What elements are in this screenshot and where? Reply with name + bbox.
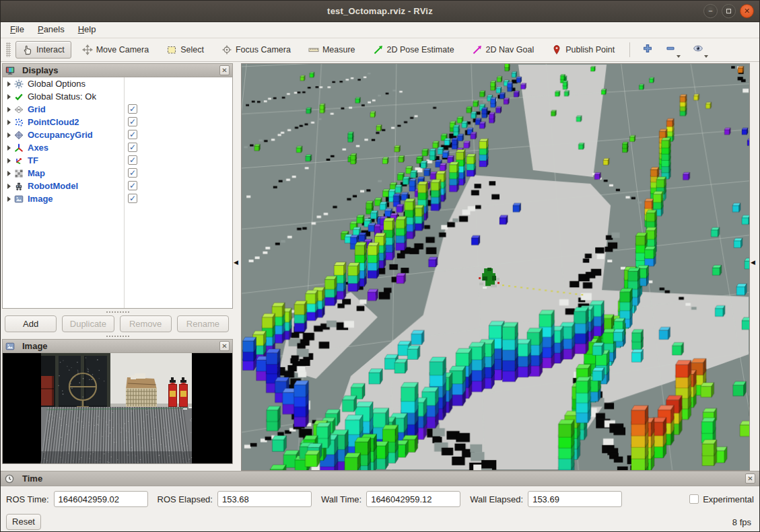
- ros-elapsed-field: ROS Elapsed:: [158, 491, 312, 507]
- remove-button: Remove: [120, 315, 172, 332]
- ros-time-input[interactable]: [54, 491, 148, 507]
- gear-icon: [14, 79, 24, 89]
- experimental-checkbox[interactable]: [689, 494, 699, 504]
- wall-elapsed-input[interactable]: [528, 491, 622, 507]
- display-row-image[interactable]: Image✓: [3, 192, 232, 205]
- tool-label: 2D Pose Estimate: [387, 45, 454, 54]
- tool-add-tool[interactable]: [638, 41, 657, 59]
- time-panel-title: Time: [22, 473, 741, 484]
- display-enabled-checkbox[interactable]: ✓: [128, 181, 137, 190]
- map-icon: [14, 169, 24, 178]
- time-close-icon[interactable]: ✕: [745, 473, 755, 484]
- expander-icon[interactable]: [7, 132, 11, 138]
- display-enabled-checkbox[interactable]: ✓: [128, 155, 137, 165]
- displays-panel-header[interactable]: Displays ✕: [3, 64, 232, 77]
- hand-icon: [22, 44, 33, 55]
- collapse-right-icon[interactable]: ◀: [751, 259, 755, 266]
- display-enabled-checkbox[interactable]: ✓: [128, 130, 137, 139]
- display-row-map[interactable]: Map✓: [3, 167, 232, 180]
- expander-icon[interactable]: [7, 196, 11, 202]
- display-label: TF: [28, 155, 38, 165]
- display-row-pointcloud2[interactable]: PointCloud2✓: [3, 116, 232, 128]
- display-row-occupancygrid[interactable]: OccupancyGrid✓: [3, 128, 232, 141]
- ros-elapsed-label: ROS Elapsed:: [158, 494, 213, 504]
- ros-time-label: ROS Time:: [6, 494, 49, 504]
- display-row-axes[interactable]: Axes✓: [3, 141, 232, 154]
- display-row-global-options[interactable]: Global Options: [3, 77, 232, 90]
- expander-icon[interactable]: [7, 145, 11, 151]
- toolbar-grip[interactable]: [6, 42, 11, 57]
- display-enabled-checkbox[interactable]: ✓: [128, 104, 137, 114]
- display-enabled-checkbox[interactable]: ✓: [128, 168, 137, 178]
- tool-focus-camera[interactable]: Focus Camera: [215, 41, 298, 59]
- expander-icon[interactable]: [7, 171, 11, 176]
- pointcloud-icon: [14, 118, 24, 127]
- tool-publish-point[interactable]: Publish Point: [545, 41, 621, 59]
- collapse-left-icon[interactable]: ◀: [234, 259, 238, 266]
- panel-splitter[interactable]: ◀: [233, 62, 241, 471]
- toolbar-separator: [629, 42, 630, 57]
- tool-remove-tool[interactable]: [661, 41, 685, 59]
- time-panel-header[interactable]: Time ✕: [1, 471, 759, 486]
- expander-icon[interactable]: [7, 94, 11, 100]
- tool-measure[interactable]: Measure: [302, 41, 362, 59]
- titlebar[interactable]: test_Octomap.rviz - RViz − ✕: [1, 1, 759, 22]
- occupancy-icon: [14, 130, 24, 140]
- minimize-button[interactable]: −: [703, 4, 718, 18]
- display-label: Image: [28, 194, 53, 204]
- display-label: Map: [28, 168, 45, 178]
- fps-indicator: 8 fps: [732, 517, 751, 527]
- tool-move-camera[interactable]: Move Camera: [75, 41, 156, 59]
- 3d-viewport[interactable]: [241, 63, 750, 471]
- ros-elapsed-input[interactable]: [217, 491, 312, 507]
- axes-icon: [14, 143, 24, 153]
- maximize-button[interactable]: [722, 4, 736, 18]
- displays-buttons: AddDuplicateRemoveRename: [2, 315, 233, 333]
- add-button[interactable]: Add: [5, 315, 57, 332]
- menu-help[interactable]: Help: [71, 22, 103, 38]
- expander-icon[interactable]: [7, 81, 11, 87]
- image-panel-header[interactable]: Image ✕: [3, 340, 232, 353]
- display-label: RobotModel: [28, 181, 78, 191]
- focus-icon: [221, 44, 232, 55]
- expander-icon[interactable]: [7, 120, 11, 125]
- display-enabled-checkbox[interactable]: ✓: [128, 143, 137, 152]
- 3d-viewport-canvas[interactable]: [242, 64, 749, 470]
- expander-icon[interactable]: [7, 184, 11, 189]
- wall-time-field: Wall Time:: [321, 491, 460, 507]
- camera-image-canvas: [3, 353, 232, 463]
- displays-panel: Displays ✕ Global OptionsGlobal Status: …: [2, 63, 233, 309]
- tool-2d-nav-goal[interactable]: 2D Nav Goal: [465, 41, 541, 59]
- display-row-grid[interactable]: Grid✓: [3, 103, 232, 116]
- main-area: Displays ✕ Global OptionsGlobal Status: …: [1, 62, 759, 471]
- tool-label: Measure: [322, 45, 355, 54]
- tool-tool-visibility[interactable]: [689, 41, 712, 59]
- check-green-icon: [14, 92, 24, 102]
- display-row-robotmodel[interactable]: RobotModel✓: [3, 180, 232, 192]
- reset-button[interactable]: Reset: [6, 514, 41, 530]
- robot-icon: [14, 182, 24, 191]
- ruler-icon: [308, 44, 319, 55]
- tool-interact[interactable]: Interact: [15, 41, 71, 59]
- dropdown-caret-icon: [704, 55, 708, 58]
- right-splitter[interactable]: ◀: [750, 62, 759, 471]
- display-row-tf[interactable]: TF✓: [3, 154, 232, 167]
- image-panel: Image ✕: [2, 339, 233, 464]
- splitter-handle[interactable]: [2, 309, 233, 315]
- display-enabled-checkbox[interactable]: ✓: [128, 194, 137, 203]
- displays-close-icon[interactable]: ✕: [219, 65, 230, 75]
- expander-icon[interactable]: [7, 158, 11, 163]
- display-label: Global Options: [28, 79, 85, 89]
- tool-select[interactable]: Select: [160, 41, 211, 59]
- arrow-green-icon: [373, 44, 384, 55]
- expander-icon[interactable]: [7, 107, 11, 112]
- menu-file[interactable]: File: [3, 22, 31, 38]
- splitter-handle[interactable]: [2, 333, 233, 339]
- wall-time-input[interactable]: [366, 491, 460, 507]
- image-close-icon[interactable]: ✕: [219, 341, 230, 351]
- close-button[interactable]: ✕: [740, 4, 754, 18]
- tool-2d-pose-estimate[interactable]: 2D Pose Estimate: [366, 41, 461, 59]
- display-enabled-checkbox[interactable]: ✓: [128, 117, 137, 126]
- menu-panels[interactable]: Panels: [31, 22, 71, 38]
- display-row-global-status[interactable]: Global Status: Ok: [3, 90, 232, 103]
